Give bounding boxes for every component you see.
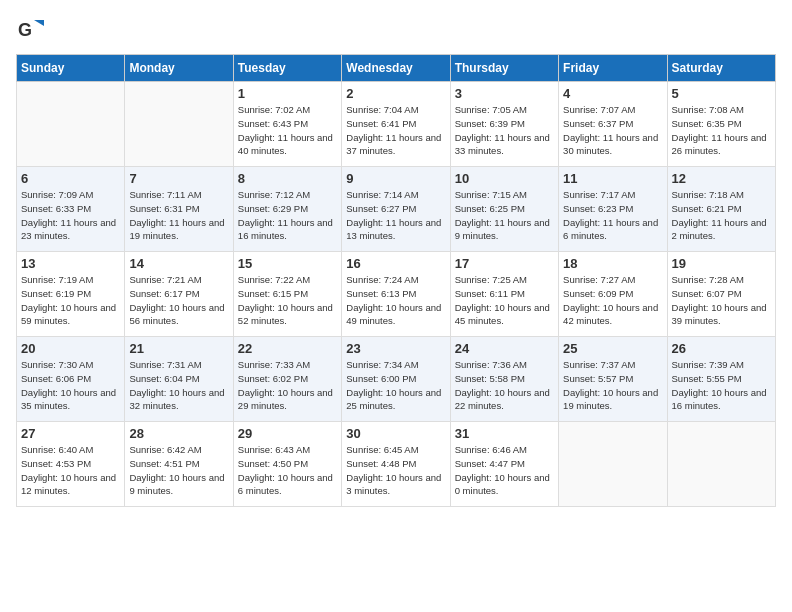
day-number: 12 bbox=[672, 171, 771, 186]
day-info: Sunrise: 7:28 AM Sunset: 6:07 PM Dayligh… bbox=[672, 273, 771, 328]
day-info: Sunrise: 7:09 AM Sunset: 6:33 PM Dayligh… bbox=[21, 188, 120, 243]
day-info: Sunrise: 7:36 AM Sunset: 5:58 PM Dayligh… bbox=[455, 358, 554, 413]
weekday-header-saturday: Saturday bbox=[667, 55, 775, 82]
calendar-week-5: 27Sunrise: 6:40 AM Sunset: 4:53 PM Dayli… bbox=[17, 422, 776, 507]
day-number: 10 bbox=[455, 171, 554, 186]
calendar-cell: 8Sunrise: 7:12 AM Sunset: 6:29 PM Daylig… bbox=[233, 167, 341, 252]
day-info: Sunrise: 7:19 AM Sunset: 6:19 PM Dayligh… bbox=[21, 273, 120, 328]
svg-text:G: G bbox=[18, 20, 32, 40]
day-info: Sunrise: 7:22 AM Sunset: 6:15 PM Dayligh… bbox=[238, 273, 337, 328]
calendar-cell: 31Sunrise: 6:46 AM Sunset: 4:47 PM Dayli… bbox=[450, 422, 558, 507]
day-number: 18 bbox=[563, 256, 662, 271]
weekday-header-sunday: Sunday bbox=[17, 55, 125, 82]
day-number: 26 bbox=[672, 341, 771, 356]
calendar-cell: 2Sunrise: 7:04 AM Sunset: 6:41 PM Daylig… bbox=[342, 82, 450, 167]
calendar-cell bbox=[559, 422, 667, 507]
weekday-header-friday: Friday bbox=[559, 55, 667, 82]
day-number: 3 bbox=[455, 86, 554, 101]
day-number: 8 bbox=[238, 171, 337, 186]
day-info: Sunrise: 7:14 AM Sunset: 6:27 PM Dayligh… bbox=[346, 188, 445, 243]
day-info: Sunrise: 7:17 AM Sunset: 6:23 PM Dayligh… bbox=[563, 188, 662, 243]
day-info: Sunrise: 7:12 AM Sunset: 6:29 PM Dayligh… bbox=[238, 188, 337, 243]
weekday-header-thursday: Thursday bbox=[450, 55, 558, 82]
calendar-cell: 6Sunrise: 7:09 AM Sunset: 6:33 PM Daylig… bbox=[17, 167, 125, 252]
calendar-cell: 28Sunrise: 6:42 AM Sunset: 4:51 PM Dayli… bbox=[125, 422, 233, 507]
calendar-cell: 30Sunrise: 6:45 AM Sunset: 4:48 PM Dayli… bbox=[342, 422, 450, 507]
day-number: 28 bbox=[129, 426, 228, 441]
day-number: 7 bbox=[129, 171, 228, 186]
day-number: 5 bbox=[672, 86, 771, 101]
day-number: 6 bbox=[21, 171, 120, 186]
calendar-week-1: 1Sunrise: 7:02 AM Sunset: 6:43 PM Daylig… bbox=[17, 82, 776, 167]
calendar-cell: 29Sunrise: 6:43 AM Sunset: 4:50 PM Dayli… bbox=[233, 422, 341, 507]
logo-icon: G bbox=[16, 16, 44, 44]
day-info: Sunrise: 6:43 AM Sunset: 4:50 PM Dayligh… bbox=[238, 443, 337, 498]
day-number: 22 bbox=[238, 341, 337, 356]
day-number: 1 bbox=[238, 86, 337, 101]
calendar-cell bbox=[17, 82, 125, 167]
day-info: Sunrise: 7:25 AM Sunset: 6:11 PM Dayligh… bbox=[455, 273, 554, 328]
day-number: 2 bbox=[346, 86, 445, 101]
calendar-cell: 13Sunrise: 7:19 AM Sunset: 6:19 PM Dayli… bbox=[17, 252, 125, 337]
day-info: Sunrise: 6:42 AM Sunset: 4:51 PM Dayligh… bbox=[129, 443, 228, 498]
svg-marker-1 bbox=[34, 20, 44, 26]
day-number: 27 bbox=[21, 426, 120, 441]
calendar-cell: 24Sunrise: 7:36 AM Sunset: 5:58 PM Dayli… bbox=[450, 337, 558, 422]
day-info: Sunrise: 7:21 AM Sunset: 6:17 PM Dayligh… bbox=[129, 273, 228, 328]
day-info: Sunrise: 7:37 AM Sunset: 5:57 PM Dayligh… bbox=[563, 358, 662, 413]
day-number: 31 bbox=[455, 426, 554, 441]
day-number: 13 bbox=[21, 256, 120, 271]
calendar-cell: 23Sunrise: 7:34 AM Sunset: 6:00 PM Dayli… bbox=[342, 337, 450, 422]
calendar-cell: 15Sunrise: 7:22 AM Sunset: 6:15 PM Dayli… bbox=[233, 252, 341, 337]
calendar-table: SundayMondayTuesdayWednesdayThursdayFrid… bbox=[16, 54, 776, 507]
calendar-cell: 10Sunrise: 7:15 AM Sunset: 6:25 PM Dayli… bbox=[450, 167, 558, 252]
weekday-header-tuesday: Tuesday bbox=[233, 55, 341, 82]
day-number: 25 bbox=[563, 341, 662, 356]
calendar-week-3: 13Sunrise: 7:19 AM Sunset: 6:19 PM Dayli… bbox=[17, 252, 776, 337]
day-number: 23 bbox=[346, 341, 445, 356]
day-number: 11 bbox=[563, 171, 662, 186]
day-info: Sunrise: 6:40 AM Sunset: 4:53 PM Dayligh… bbox=[21, 443, 120, 498]
day-number: 30 bbox=[346, 426, 445, 441]
day-number: 17 bbox=[455, 256, 554, 271]
calendar-cell: 25Sunrise: 7:37 AM Sunset: 5:57 PM Dayli… bbox=[559, 337, 667, 422]
day-info: Sunrise: 7:18 AM Sunset: 6:21 PM Dayligh… bbox=[672, 188, 771, 243]
day-number: 16 bbox=[346, 256, 445, 271]
day-number: 29 bbox=[238, 426, 337, 441]
calendar-cell: 3Sunrise: 7:05 AM Sunset: 6:39 PM Daylig… bbox=[450, 82, 558, 167]
calendar-cell bbox=[125, 82, 233, 167]
calendar-week-4: 20Sunrise: 7:30 AM Sunset: 6:06 PM Dayli… bbox=[17, 337, 776, 422]
calendar-cell: 21Sunrise: 7:31 AM Sunset: 6:04 PM Dayli… bbox=[125, 337, 233, 422]
calendar-cell: 18Sunrise: 7:27 AM Sunset: 6:09 PM Dayli… bbox=[559, 252, 667, 337]
calendar-cell: 5Sunrise: 7:08 AM Sunset: 6:35 PM Daylig… bbox=[667, 82, 775, 167]
weekday-header-monday: Monday bbox=[125, 55, 233, 82]
calendar-cell: 16Sunrise: 7:24 AM Sunset: 6:13 PM Dayli… bbox=[342, 252, 450, 337]
calendar-cell: 9Sunrise: 7:14 AM Sunset: 6:27 PM Daylig… bbox=[342, 167, 450, 252]
calendar-cell: 1Sunrise: 7:02 AM Sunset: 6:43 PM Daylig… bbox=[233, 82, 341, 167]
day-info: Sunrise: 7:08 AM Sunset: 6:35 PM Dayligh… bbox=[672, 103, 771, 158]
day-number: 24 bbox=[455, 341, 554, 356]
day-info: Sunrise: 7:27 AM Sunset: 6:09 PM Dayligh… bbox=[563, 273, 662, 328]
day-number: 19 bbox=[672, 256, 771, 271]
day-info: Sunrise: 7:04 AM Sunset: 6:41 PM Dayligh… bbox=[346, 103, 445, 158]
day-info: Sunrise: 7:33 AM Sunset: 6:02 PM Dayligh… bbox=[238, 358, 337, 413]
day-info: Sunrise: 7:11 AM Sunset: 6:31 PM Dayligh… bbox=[129, 188, 228, 243]
day-info: Sunrise: 7:02 AM Sunset: 6:43 PM Dayligh… bbox=[238, 103, 337, 158]
calendar-cell: 19Sunrise: 7:28 AM Sunset: 6:07 PM Dayli… bbox=[667, 252, 775, 337]
calendar-cell: 7Sunrise: 7:11 AM Sunset: 6:31 PM Daylig… bbox=[125, 167, 233, 252]
calendar-cell: 11Sunrise: 7:17 AM Sunset: 6:23 PM Dayli… bbox=[559, 167, 667, 252]
day-number: 4 bbox=[563, 86, 662, 101]
calendar-cell: 27Sunrise: 6:40 AM Sunset: 4:53 PM Dayli… bbox=[17, 422, 125, 507]
calendar-cell bbox=[667, 422, 775, 507]
calendar-cell: 20Sunrise: 7:30 AM Sunset: 6:06 PM Dayli… bbox=[17, 337, 125, 422]
day-info: Sunrise: 6:45 AM Sunset: 4:48 PM Dayligh… bbox=[346, 443, 445, 498]
day-number: 14 bbox=[129, 256, 228, 271]
day-info: Sunrise: 7:24 AM Sunset: 6:13 PM Dayligh… bbox=[346, 273, 445, 328]
day-info: Sunrise: 7:31 AM Sunset: 6:04 PM Dayligh… bbox=[129, 358, 228, 413]
calendar-cell: 17Sunrise: 7:25 AM Sunset: 6:11 PM Dayli… bbox=[450, 252, 558, 337]
calendar-cell: 26Sunrise: 7:39 AM Sunset: 5:55 PM Dayli… bbox=[667, 337, 775, 422]
day-number: 15 bbox=[238, 256, 337, 271]
day-info: Sunrise: 7:34 AM Sunset: 6:00 PM Dayligh… bbox=[346, 358, 445, 413]
calendar-week-2: 6Sunrise: 7:09 AM Sunset: 6:33 PM Daylig… bbox=[17, 167, 776, 252]
day-info: Sunrise: 7:39 AM Sunset: 5:55 PM Dayligh… bbox=[672, 358, 771, 413]
